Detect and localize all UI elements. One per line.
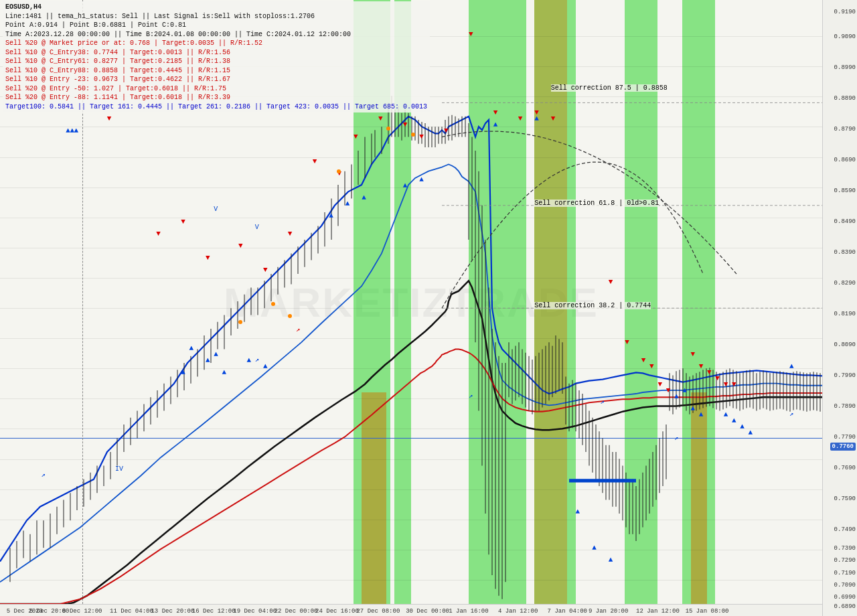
v-mark-3: V bbox=[255, 224, 259, 231]
time-13: 7 Jan 04:00 bbox=[548, 608, 587, 615]
blue-arrow-13: ▲ bbox=[362, 194, 366, 202]
blue-arrow-10: ▲ bbox=[263, 362, 268, 370]
info-line-2: Time A:2023.12.28 00:00:00 || Time B:202… bbox=[5, 30, 427, 40]
blue-arrow-23: ▲ bbox=[691, 404, 696, 412]
blue-arrow-4: ▲ bbox=[181, 368, 185, 376]
blue-arrow-27: ▲ bbox=[740, 422, 745, 431]
time-16: 15 Jan 08:00 bbox=[686, 608, 729, 615]
red-arrow-21: ▼ bbox=[625, 338, 629, 346]
price-19: 0.7390 bbox=[834, 545, 856, 552]
red-arrow-13: ▼ bbox=[419, 133, 424, 141]
time-15: 12 Jan 12:00 bbox=[636, 608, 680, 615]
red-arrow-23: ▼ bbox=[649, 362, 654, 370]
price-6: 0.8590 bbox=[834, 187, 856, 194]
blue-arrow-3: ▲ bbox=[74, 127, 79, 135]
price-22: 0.7090 bbox=[834, 582, 856, 589]
small-blue-arrow-1: ↗ bbox=[255, 356, 258, 364]
price-7: 0.8490 bbox=[834, 218, 856, 225]
time-11: 1 Jan 16:00 bbox=[449, 608, 488, 615]
blue-arrow-19: ▲ bbox=[592, 544, 597, 552]
red-arrow-8: ▼ bbox=[313, 157, 317, 165]
symbol-title: EOSUSD,H4 bbox=[5, 3, 427, 12]
red-arrow-27: ▼ bbox=[699, 362, 704, 370]
time-3: 11 Dec 04:00 bbox=[110, 608, 153, 615]
red-arrow-30: ▼ bbox=[724, 380, 728, 388]
info-line-9: Sell %20 @ Entry -88: 1.1141 | Target:0.… bbox=[5, 93, 427, 102]
blue-arrow-7: ▲ bbox=[214, 350, 218, 358]
blue-arrow-22: ▲ bbox=[682, 386, 687, 394]
price-13: 0.7890 bbox=[834, 403, 856, 410]
price-24: 0.6890 bbox=[834, 603, 856, 610]
red-arrow-3: ▼ bbox=[181, 218, 185, 226]
red-arrow-28: ▼ bbox=[707, 368, 712, 376]
red-arrow-11: ▼ bbox=[378, 114, 383, 123]
sell-correction-label-2: Sell correction 61.8 | 0ld>0.81 bbox=[534, 200, 659, 207]
v-mark-1: V bbox=[214, 206, 218, 213]
red-arrow-1: ▼ bbox=[107, 114, 112, 123]
orange-dot-3 bbox=[288, 314, 292, 318]
price-20: 0.7290 bbox=[834, 557, 856, 564]
info-line-10: Target100: 0.5841 || Target 161: 0.4445 … bbox=[5, 102, 427, 112]
price-9: 0.8290 bbox=[834, 280, 856, 287]
info-line-5: Sell %10 @ C_Entry61: 0.8277 | Target:0.… bbox=[5, 57, 427, 66]
info-line-7: Sell %10 @ Entry -23: 0.9673 | Target:0.… bbox=[5, 75, 427, 84]
blue-arrow-29: ▲ bbox=[789, 362, 794, 370]
price-17: 0.7590 bbox=[834, 495, 856, 502]
blue-arrow-24: ▲ bbox=[699, 410, 704, 418]
price-axis: 0.9190 0.9090 0.8990 0.8890 0.8790 0.869… bbox=[822, 0, 857, 616]
red-arrow-20: ▼ bbox=[609, 278, 613, 286]
red-arrow-19: ▼ bbox=[551, 114, 556, 123]
time-axis: 5 Dec 2023 5 Dec 20:00 8 Dec 12:00 11 De… bbox=[0, 604, 822, 616]
info-line-4: Sell %10 @ C_Entry38: 0.7744 | Target:0.… bbox=[5, 48, 427, 58]
blue-arrow-9: ▲ bbox=[246, 356, 251, 364]
red-arrow-6: ▼ bbox=[263, 266, 268, 274]
time-9: 27 Dec 08:00 bbox=[356, 608, 400, 615]
price-16: 0.7690 bbox=[834, 465, 856, 471]
small-blue-arrow-4: ↗ bbox=[600, 398, 603, 406]
blue-arrow-25: ▲ bbox=[724, 410, 728, 418]
blue-arrow-21: ▲ bbox=[674, 392, 679, 400]
info-line-0: Line:1481 || tema_h1_status: Sell || Las… bbox=[5, 12, 427, 21]
red-arrow-14: ▼ bbox=[444, 127, 449, 135]
blue-arrow-20: ▲ bbox=[609, 556, 613, 564]
red-arrow-17: ▼ bbox=[518, 114, 523, 123]
info-line-3: Sell %20 @ Market price or at: 0.768 | T… bbox=[5, 39, 427, 48]
time-6: 19 Dec 04:00 bbox=[233, 608, 277, 615]
price-23: 0.6990 bbox=[834, 594, 856, 601]
red-arrow-4: ▼ bbox=[206, 254, 210, 262]
red-arrow-25: ▼ bbox=[666, 386, 671, 394]
red-arrow-12: ▼ bbox=[403, 121, 408, 129]
price-11: 0.8090 bbox=[834, 341, 856, 348]
time-2: 8 Dec 12:00 bbox=[62, 608, 102, 615]
price-current: 0.7760 bbox=[830, 443, 856, 451]
price-10: 0.8190 bbox=[834, 311, 856, 317]
blue-arrow-17: ▲ bbox=[534, 114, 539, 123]
info-panel: EOSUSD,H4 Line:1481 || tema_h1_status: S… bbox=[3, 1, 430, 112]
small-blue-arrow-6: ↗ bbox=[789, 410, 793, 418]
blue-arrow-6: ▲ bbox=[206, 356, 210, 364]
blue-arrow-14: ▲ bbox=[403, 181, 408, 189]
blue-arrow-28: ▲ bbox=[748, 429, 753, 437]
red-arrow-29: ▼ bbox=[715, 374, 720, 382]
time-14: 9 Jan 20:00 bbox=[589, 608, 628, 615]
red-arrow-16: ▼ bbox=[493, 108, 498, 117]
chart-container: EOSUSD,H4 Line:1481 || tema_h1_status: S… bbox=[0, 0, 857, 616]
blue-arrow-12: ▲ bbox=[345, 200, 350, 208]
price-12: 0.7990 bbox=[834, 372, 856, 379]
small-blue-arrow-3: ↗ bbox=[469, 392, 472, 400]
small-blue-arrow-2: ↗ bbox=[41, 471, 44, 479]
time-4: 13 Dec 20:00 bbox=[151, 608, 194, 615]
small-red-arrow-1: ↗ bbox=[296, 326, 299, 333]
blue-arrow-15: ▲ bbox=[419, 175, 424, 183]
price-21: 0.7190 bbox=[834, 570, 856, 576]
price-3: 0.8890 bbox=[834, 95, 856, 102]
blue-arrow-5: ▲ bbox=[189, 344, 193, 352]
red-arrow-7: ▼ bbox=[288, 230, 293, 238]
blue-arrow-8: ▲ bbox=[222, 368, 227, 376]
price-0: 0.9190 bbox=[834, 9, 856, 15]
info-line-1: Point A:0.914 | Point B:0.6881 | Point C… bbox=[5, 21, 427, 30]
price-5: 0.8690 bbox=[834, 157, 856, 163]
time-5: 16 Dec 12:00 bbox=[192, 608, 236, 615]
price-4: 0.8790 bbox=[834, 126, 856, 133]
blue-arrow-16: ▲ bbox=[493, 121, 498, 129]
